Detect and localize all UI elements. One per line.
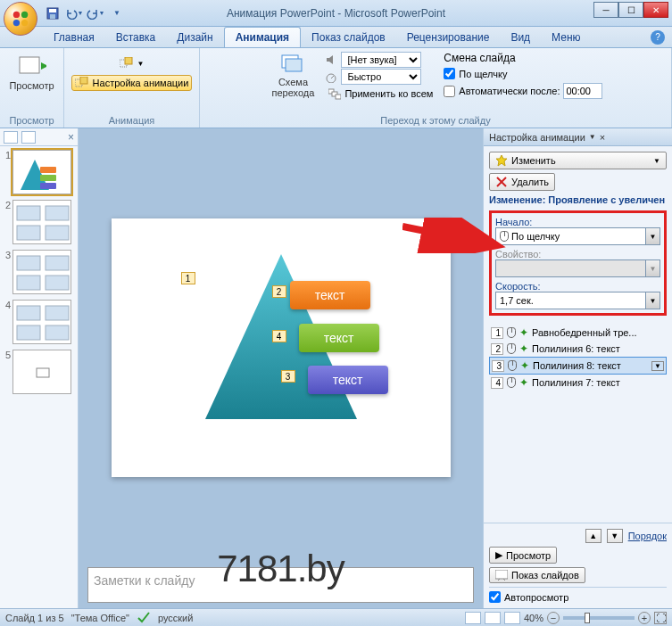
reorder-up[interactable]: ▲ bbox=[585, 529, 601, 543]
thumb-3[interactable]: 3 bbox=[2, 250, 76, 294]
autopreview-check[interactable]: Автопросмотр bbox=[489, 591, 667, 603]
animate-icon bbox=[120, 57, 134, 70]
tab-view[interactable]: Вид bbox=[500, 28, 541, 47]
thumb-5[interactable]: 5 bbox=[2, 350, 76, 394]
taskpane-header: Настройка анимации ▼ × bbox=[484, 128, 672, 146]
minimize-button[interactable]: ─ bbox=[593, 2, 618, 18]
anim-tag-4[interactable]: 4 bbox=[272, 330, 286, 342]
custom-anim-icon bbox=[75, 77, 89, 89]
svg-rect-12 bbox=[80, 77, 87, 84]
spellcheck-icon[interactable] bbox=[137, 611, 151, 625]
slide[interactable]: 1 2 текст 4 текст 3 текст bbox=[112, 218, 451, 477]
preview-button[interactable]: Просмотр bbox=[5, 52, 57, 93]
auto-after-checkbox[interactable] bbox=[444, 86, 455, 97]
change-effect-button[interactable]: Изменить ▼ bbox=[489, 152, 667, 169]
svg-rect-24 bbox=[17, 206, 40, 220]
play-button[interactable]: ▶ Просмотр bbox=[489, 547, 557, 564]
transition-scheme-button[interactable]: Схема перехода bbox=[269, 52, 319, 100]
main-area: × 1 2 3 4 5 1 2 текст 4 текст bbox=[0, 128, 672, 608]
auto-after-check[interactable]: Автоматически после: bbox=[444, 83, 602, 99]
svg-rect-10 bbox=[125, 57, 132, 64]
autopreview-checkbox[interactable] bbox=[489, 591, 501, 603]
anim-tag-2[interactable]: 2 bbox=[272, 285, 286, 298]
preview-label: Просмотр bbox=[9, 80, 54, 91]
tab-insert[interactable]: Вставка bbox=[105, 28, 167, 47]
slideshow-view-button[interactable] bbox=[504, 612, 520, 624]
qat-customize[interactable]: ▼ bbox=[107, 4, 127, 22]
anim-tag-3[interactable]: 3 bbox=[281, 370, 295, 383]
svg-rect-43 bbox=[495, 570, 508, 579]
anim-tag-1[interactable]: 1 bbox=[181, 272, 195, 284]
taskpane-close[interactable]: × bbox=[600, 132, 605, 143]
slide-viewport[interactable]: 1 2 текст 4 текст 3 текст bbox=[79, 128, 483, 567]
sorter-view-button[interactable] bbox=[485, 612, 501, 624]
speed-dropdown[interactable]: 1,7 сек.▼ bbox=[495, 292, 660, 309]
zoom-out[interactable]: − bbox=[547, 612, 560, 624]
maximize-button[interactable]: ☐ bbox=[618, 2, 643, 18]
fit-to-window[interactable]: ⛶ bbox=[654, 612, 667, 624]
anim-item-4[interactable]: 4✦Полилиния 7: текст bbox=[489, 375, 667, 391]
scheme-icon bbox=[280, 54, 305, 75]
slideshow-button[interactable]: Показ слайдов bbox=[489, 567, 585, 583]
delete-icon bbox=[495, 176, 508, 188]
thumbs-list[interactable]: 1 2 3 4 5 bbox=[0, 146, 78, 608]
zoom-in[interactable]: + bbox=[638, 612, 651, 624]
reorder-down[interactable]: ▼ bbox=[607, 529, 623, 543]
anim-item-2[interactable]: 2✦Полилиния 6: текст bbox=[489, 341, 667, 357]
svg-rect-21 bbox=[40, 167, 56, 173]
anim-item-1[interactable]: 1✦Равнобедренный тре... bbox=[489, 325, 667, 341]
svg-rect-28 bbox=[17, 256, 40, 270]
tab-animation[interactable]: Анимация bbox=[224, 27, 301, 47]
close-button[interactable]: ✕ bbox=[643, 2, 668, 18]
text-shape-2[interactable]: текст bbox=[299, 324, 379, 352]
svg-rect-7 bbox=[20, 57, 39, 73]
scheme-label: Схема перехода bbox=[272, 77, 315, 98]
text-shape-3[interactable]: текст bbox=[308, 366, 388, 394]
auto-after-time[interactable] bbox=[563, 83, 602, 99]
slides-tab[interactable] bbox=[4, 131, 18, 144]
office-button[interactable] bbox=[4, 2, 37, 36]
undo-button[interactable]: ▼ bbox=[64, 4, 84, 22]
reorder-link[interactable]: Порядок bbox=[628, 531, 667, 541]
slide-counter: Слайд 1 из 5 bbox=[5, 613, 64, 623]
transition-sound[interactable]: [Нет звука] bbox=[341, 52, 421, 68]
thumbs-close[interactable]: × bbox=[68, 131, 74, 144]
apply-to-all-button[interactable]: Применить ко всем bbox=[325, 86, 436, 102]
highlighted-settings: Начало: По щелчку▼ Свойство: ▼ Скорость:… bbox=[489, 210, 667, 316]
custom-animation-button[interactable]: Настройка анимации bbox=[71, 75, 193, 91]
outline-tab[interactable] bbox=[21, 131, 36, 144]
thumb-1[interactable]: 1 bbox=[2, 150, 76, 194]
on-click-check[interactable]: По щелчку bbox=[444, 68, 602, 79]
taskpane-menu[interactable]: ▼ bbox=[589, 133, 596, 141]
tab-slideshow[interactable]: Показ слайдов bbox=[301, 28, 396, 47]
slide-canvas-area: 1 2 текст 4 текст 3 текст 7181.by Заметк… bbox=[79, 128, 483, 608]
redo-button[interactable]: ▼ bbox=[86, 4, 105, 22]
zoom-slider[interactable] bbox=[563, 616, 635, 620]
transition-speed[interactable]: Быстро bbox=[341, 69, 421, 85]
help-icon[interactable]: ? bbox=[651, 30, 665, 45]
on-click-checkbox[interactable] bbox=[444, 68, 455, 79]
anim-item-3[interactable]: 3✦Полилиния 8: текст▼ bbox=[489, 357, 667, 375]
annotation-arrow-icon bbox=[402, 218, 510, 253]
language-indicator[interactable]: русский bbox=[158, 613, 193, 623]
preview-group-label: Просмотр bbox=[0, 115, 63, 126]
normal-view-button[interactable] bbox=[465, 612, 481, 624]
tab-review[interactable]: Рецензирование bbox=[396, 28, 501, 47]
star-icon: ✦ bbox=[519, 342, 528, 355]
start-dropdown[interactable]: По щелчку▼ bbox=[495, 227, 660, 245]
delete-effect-button[interactable]: Удалить bbox=[489, 173, 555, 191]
animation-list[interactable]: 1✦Равнобедренный тре... 2✦Полилиния 6: т… bbox=[489, 325, 667, 517]
text-shape-1[interactable]: текст bbox=[290, 281, 370, 309]
save-icon bbox=[46, 7, 59, 20]
thumb-2[interactable]: 2 bbox=[2, 200, 76, 244]
tab-menu[interactable]: Меню bbox=[541, 28, 591, 47]
tab-design[interactable]: Дизайн bbox=[166, 28, 223, 47]
animate-dropdown[interactable]: ▼ bbox=[116, 55, 148, 71]
tab-home[interactable]: Главная bbox=[43, 28, 105, 47]
effect-change-label: Изменение: Проявление с увеличен bbox=[489, 194, 667, 205]
zoom-percent[interactable]: 40% bbox=[524, 613, 543, 623]
save-button[interactable] bbox=[43, 4, 62, 22]
thumb-4[interactable]: 4 bbox=[2, 300, 76, 344]
item-dropdown[interactable]: ▼ bbox=[651, 361, 664, 371]
titlebar: ▼ ▼ ▼ Анимация PowerPoint - Microsoft Po… bbox=[0, 0, 672, 27]
